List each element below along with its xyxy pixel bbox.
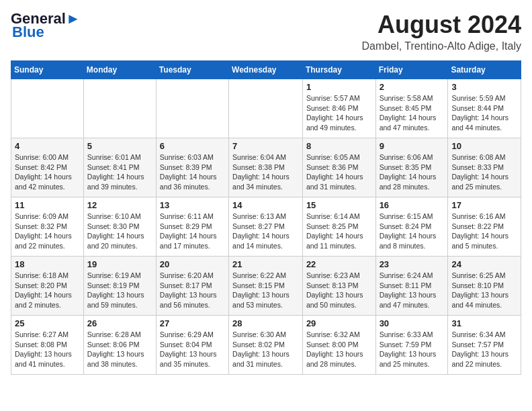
- day-info: Sunrise: 6:14 AMSunset: 8:25 PMDaylight:…: [306, 212, 372, 251]
- day-info: Sunrise: 6:33 AMSunset: 7:59 PMDaylight:…: [380, 330, 445, 369]
- day-info: Sunrise: 6:11 AMSunset: 8:29 PMDaylight:…: [160, 212, 225, 251]
- day-number: 17: [451, 200, 517, 210]
- day-of-week-header: Tuesday: [156, 61, 228, 79]
- calendar-cell: 30Sunrise: 6:33 AMSunset: 7:59 PMDayligh…: [375, 316, 448, 375]
- location-title: Dambel, Trentino-Alto Adige, Italy: [362, 40, 521, 52]
- calendar-cell: 2Sunrise: 5:58 AMSunset: 8:45 PMDaylight…: [375, 79, 448, 138]
- day-number: 11: [15, 200, 80, 210]
- calendar-cell: 26Sunrise: 6:28 AMSunset: 8:06 PMDayligh…: [83, 316, 156, 375]
- header: General► Blue August 2024 Dambel, Trenti…: [11, 11, 521, 52]
- day-info: Sunrise: 6:34 AMSunset: 7:57 PMDaylight:…: [451, 330, 517, 369]
- day-of-week-header: Wednesday: [229, 61, 303, 79]
- calendar-cell: 16Sunrise: 6:15 AMSunset: 8:24 PMDayligh…: [375, 197, 448, 257]
- day-of-week-header: Monday: [83, 61, 156, 79]
- calendar-week-row: 4Sunrise: 6:00 AMSunset: 8:42 PMDaylight…: [11, 138, 521, 197]
- calendar-week-row: 11Sunrise: 6:09 AMSunset: 8:32 PMDayligh…: [11, 197, 521, 257]
- day-info: Sunrise: 5:59 AMSunset: 8:44 PMDaylight:…: [451, 93, 517, 133]
- day-info: Sunrise: 6:25 AMSunset: 8:10 PMDaylight:…: [451, 271, 517, 310]
- day-info: Sunrise: 6:00 AMSunset: 8:42 PMDaylight:…: [15, 152, 80, 192]
- calendar-cell: 24Sunrise: 6:25 AMSunset: 8:10 PMDayligh…: [448, 257, 521, 316]
- calendar-cell: 9Sunrise: 6:06 AMSunset: 8:35 PMDaylight…: [375, 138, 448, 197]
- calendar-cell: 27Sunrise: 6:29 AMSunset: 8:04 PMDayligh…: [156, 316, 228, 375]
- calendar-cell: 14Sunrise: 6:13 AMSunset: 8:27 PMDayligh…: [229, 197, 303, 257]
- calendar-cell: 19Sunrise: 6:19 AMSunset: 8:19 PMDayligh…: [83, 257, 156, 316]
- month-title: August 2024: [362, 11, 521, 39]
- day-number: 31: [451, 318, 517, 328]
- day-info: Sunrise: 6:16 AMSunset: 8:22 PMDaylight:…: [451, 212, 517, 251]
- day-info: Sunrise: 6:10 AMSunset: 8:30 PMDaylight:…: [87, 212, 152, 251]
- calendar-cell: 21Sunrise: 6:22 AMSunset: 8:15 PMDayligh…: [229, 257, 303, 316]
- logo-text2: Blue: [12, 24, 44, 40]
- day-info: Sunrise: 6:06 AMSunset: 8:35 PMDaylight:…: [380, 152, 445, 192]
- day-info: Sunrise: 5:58 AMSunset: 8:45 PMDaylight:…: [380, 93, 445, 133]
- day-info: Sunrise: 6:03 AMSunset: 8:39 PMDaylight:…: [160, 152, 225, 192]
- day-number: 19: [87, 259, 152, 269]
- day-number: 5: [87, 141, 152, 151]
- day-info: Sunrise: 6:20 AMSunset: 8:17 PMDaylight:…: [160, 271, 225, 310]
- day-number: 1: [306, 82, 372, 92]
- calendar-week-row: 1Sunrise: 5:57 AMSunset: 8:46 PMDaylight…: [11, 79, 521, 138]
- calendar-cell: 6Sunrise: 6:03 AMSunset: 8:39 PMDaylight…: [156, 138, 228, 197]
- day-info: Sunrise: 6:13 AMSunset: 8:27 PMDaylight:…: [232, 212, 299, 251]
- calendar-cell: 11Sunrise: 6:09 AMSunset: 8:32 PMDayligh…: [11, 197, 84, 257]
- calendar-cell: 22Sunrise: 6:23 AMSunset: 8:13 PMDayligh…: [302, 257, 375, 316]
- calendar-cell: 5Sunrise: 6:01 AMSunset: 8:41 PMDaylight…: [83, 138, 156, 197]
- title-area: August 2024 Dambel, Trentino-Alto Adige,…: [362, 11, 521, 52]
- calendar-cell: 1Sunrise: 5:57 AMSunset: 8:46 PMDaylight…: [302, 79, 375, 138]
- day-number: 23: [380, 259, 445, 269]
- calendar-week-row: 25Sunrise: 6:27 AMSunset: 8:08 PMDayligh…: [11, 316, 521, 375]
- calendar-cell: 18Sunrise: 6:18 AMSunset: 8:20 PMDayligh…: [11, 257, 84, 316]
- logo: General► Blue: [11, 11, 81, 40]
- day-of-week-header: Saturday: [448, 61, 521, 79]
- day-info: Sunrise: 6:08 AMSunset: 8:33 PMDaylight:…: [451, 152, 517, 192]
- day-info: Sunrise: 6:09 AMSunset: 8:32 PMDaylight:…: [15, 212, 80, 251]
- calendar-cell: 20Sunrise: 6:20 AMSunset: 8:17 PMDayligh…: [156, 257, 228, 316]
- calendar-table: SundayMondayTuesdayWednesdayThursdayFrid…: [11, 60, 521, 375]
- calendar-body: 1Sunrise: 5:57 AMSunset: 8:46 PMDaylight…: [11, 79, 521, 375]
- day-info: Sunrise: 6:24 AMSunset: 8:11 PMDaylight:…: [380, 271, 445, 310]
- day-info: Sunrise: 6:30 AMSunset: 8:02 PMDaylight:…: [232, 330, 299, 369]
- day-number: 22: [306, 259, 372, 269]
- day-info: Sunrise: 6:29 AMSunset: 8:04 PMDaylight:…: [160, 330, 225, 369]
- day-number: 20: [160, 259, 225, 269]
- day-number: 9: [380, 141, 445, 151]
- calendar-cell: 7Sunrise: 6:04 AMSunset: 8:38 PMDaylight…: [229, 138, 303, 197]
- calendar-header-row: SundayMondayTuesdayWednesdayThursdayFrid…: [11, 61, 521, 79]
- day-of-week-header: Sunday: [11, 61, 84, 79]
- day-number: 26: [87, 318, 152, 328]
- day-info: Sunrise: 5:57 AMSunset: 8:46 PMDaylight:…: [306, 93, 372, 133]
- day-info: Sunrise: 6:28 AMSunset: 8:06 PMDaylight:…: [87, 330, 152, 369]
- day-info: Sunrise: 6:32 AMSunset: 8:00 PMDaylight:…: [306, 330, 372, 369]
- day-info: Sunrise: 6:01 AMSunset: 8:41 PMDaylight:…: [87, 152, 152, 192]
- calendar-cell: [11, 79, 84, 138]
- calendar-cell: 25Sunrise: 6:27 AMSunset: 8:08 PMDayligh…: [11, 316, 84, 375]
- day-number: 27: [160, 318, 225, 328]
- day-number: 29: [306, 318, 372, 328]
- calendar-cell: 10Sunrise: 6:08 AMSunset: 8:33 PMDayligh…: [448, 138, 521, 197]
- day-info: Sunrise: 6:15 AMSunset: 8:24 PMDaylight:…: [380, 212, 445, 251]
- day-number: 8: [306, 141, 372, 151]
- day-info: Sunrise: 6:04 AMSunset: 8:38 PMDaylight:…: [232, 152, 299, 192]
- calendar-week-row: 18Sunrise: 6:18 AMSunset: 8:20 PMDayligh…: [11, 257, 521, 316]
- calendar-cell: 15Sunrise: 6:14 AMSunset: 8:25 PMDayligh…: [302, 197, 375, 257]
- day-info: Sunrise: 6:18 AMSunset: 8:20 PMDaylight:…: [15, 271, 80, 310]
- day-of-week-header: Friday: [375, 61, 448, 79]
- day-number: 2: [380, 82, 445, 92]
- calendar-cell: 17Sunrise: 6:16 AMSunset: 8:22 PMDayligh…: [448, 197, 521, 257]
- day-info: Sunrise: 6:19 AMSunset: 8:19 PMDaylight:…: [87, 271, 152, 310]
- day-number: 16: [380, 200, 445, 210]
- day-number: 3: [451, 82, 517, 92]
- day-number: 28: [232, 318, 299, 328]
- day-number: 14: [232, 200, 299, 210]
- calendar-cell: 8Sunrise: 6:05 AMSunset: 8:36 PMDaylight…: [302, 138, 375, 197]
- calendar-cell: [83, 79, 156, 138]
- day-info: Sunrise: 6:23 AMSunset: 8:13 PMDaylight:…: [306, 271, 372, 310]
- day-number: 21: [232, 259, 299, 269]
- calendar-cell: 23Sunrise: 6:24 AMSunset: 8:11 PMDayligh…: [375, 257, 448, 316]
- day-number: 4: [15, 141, 80, 151]
- day-info: Sunrise: 6:22 AMSunset: 8:15 PMDaylight:…: [232, 271, 299, 310]
- day-info: Sunrise: 6:05 AMSunset: 8:36 PMDaylight:…: [306, 152, 372, 192]
- calendar-cell: 3Sunrise: 5:59 AMSunset: 8:44 PMDaylight…: [448, 79, 521, 138]
- calendar-cell: 4Sunrise: 6:00 AMSunset: 8:42 PMDaylight…: [11, 138, 84, 197]
- calendar-cell: 29Sunrise: 6:32 AMSunset: 8:00 PMDayligh…: [302, 316, 375, 375]
